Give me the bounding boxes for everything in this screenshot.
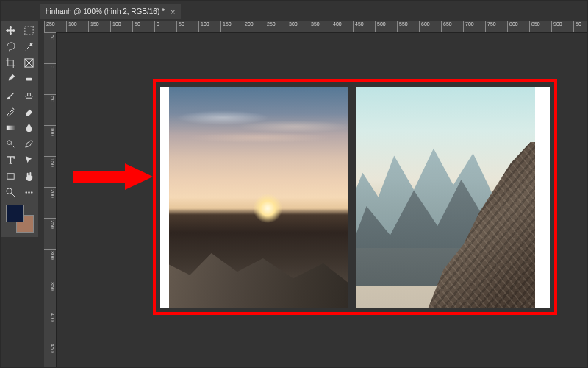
ruler-tick: 750 <box>485 21 496 32</box>
ruler-tick: 200 <box>243 21 254 32</box>
svg-point-9 <box>31 191 32 193</box>
ruler-tick: 250 <box>44 21 55 32</box>
ruler-tick: 650 <box>441 21 452 32</box>
ruler-tick: 900 <box>551 21 562 32</box>
annotation-highlight-box <box>153 79 557 315</box>
document-tab[interactable]: hinhanh @ 100% (hình 2, RGB/16) * × <box>40 4 181 19</box>
ruler-tick: 0 <box>154 21 159 32</box>
document-tab-title: hinhanh @ 100% (hình 2, RGB/16) * <box>46 7 165 15</box>
ruler-tick: 150 <box>220 21 232 32</box>
brush-tool[interactable] <box>1 87 20 103</box>
ruler-tick: 500 <box>375 21 386 32</box>
ruler-tick: 300 <box>44 249 56 260</box>
image-left-sunset[interactable] <box>169 87 348 308</box>
canvas-document[interactable] <box>160 87 550 308</box>
path-select-tool[interactable] <box>20 152 38 168</box>
rect-marquee-tool[interactable] <box>20 22 38 38</box>
ruler-tick: 100 <box>66 21 77 32</box>
ruler-tick: 300 <box>287 21 298 32</box>
document-tab-bar: hinhanh @ 100% (hình 2, RGB/16) * × <box>40 3 181 19</box>
svg-point-8 <box>28 191 29 193</box>
pen-tool[interactable] <box>20 135 38 152</box>
ruler-horizontal[interactable]: 2501001501005005010015020025030035040045… <box>44 21 587 33</box>
ruler-vertical[interactable]: 50050100150200250300350400450 <box>44 32 57 367</box>
eyedropper-tool[interactable] <box>1 71 20 87</box>
gradient-tool[interactable] <box>1 119 20 135</box>
ruler-tick: 50 <box>44 94 56 102</box>
ruler-tick: 400 <box>331 21 342 32</box>
lasso-tool[interactable] <box>1 38 20 54</box>
ruler-tick: 250 <box>265 21 276 32</box>
eraser-tool[interactable] <box>20 103 38 119</box>
spot-heal-tool[interactable] <box>20 71 38 87</box>
canvas-area[interactable] <box>57 34 587 367</box>
ruler-tick: 550 <box>397 21 408 32</box>
close-icon[interactable]: × <box>171 7 175 16</box>
svg-point-6 <box>7 188 12 194</box>
ruler-tick: 400 <box>44 311 56 322</box>
ruler-tick: 200 <box>44 187 56 198</box>
rectangle-tool[interactable] <box>1 168 20 184</box>
ruler-tick: 0 <box>44 63 56 68</box>
magic-wand-tool[interactable] <box>20 38 38 54</box>
blur-tool[interactable] <box>20 119 38 135</box>
ruler-tick: 800 <box>507 21 518 32</box>
tools-panel <box>1 21 38 237</box>
ruler-tick: 700 <box>463 21 474 32</box>
svg-rect-0 <box>25 26 33 34</box>
page-margin-left <box>160 87 169 308</box>
ruler-tick: 100 <box>198 21 209 32</box>
ruler-tick: 50 <box>44 32 56 40</box>
hand-tool[interactable] <box>20 168 38 184</box>
ruler-tick: 100 <box>110 21 121 32</box>
dodge-tool[interactable] <box>1 135 20 152</box>
foreground-color-swatch[interactable] <box>6 205 24 222</box>
ruler-tick: 100 <box>44 125 56 136</box>
ruler-tick: 850 <box>529 21 540 32</box>
history-brush-tool[interactable] <box>1 103 20 119</box>
ruler-tick: 150 <box>88 21 99 32</box>
ruler-tick: 450 <box>44 342 56 353</box>
ruler-tick: 450 <box>353 21 364 32</box>
ruler-tick: 50 <box>573 21 581 32</box>
ruler-tick: 150 <box>44 156 56 167</box>
image-right-mountains[interactable] <box>356 87 535 308</box>
edit-toolbar[interactable] <box>20 184 38 200</box>
ruler-tick: 50 <box>132 21 140 32</box>
svg-point-4 <box>7 140 12 144</box>
zoom-tool[interactable] <box>1 184 20 200</box>
type-tool[interactable] <box>1 152 20 168</box>
move-tool[interactable] <box>1 22 20 38</box>
ruler-tick: 50 <box>176 21 184 32</box>
ruler-tick: 600 <box>419 21 430 32</box>
svg-point-7 <box>26 191 27 193</box>
ruler-tick: 350 <box>44 280 56 291</box>
clone-stamp-tool[interactable] <box>20 87 38 103</box>
frame-tool[interactable] <box>20 54 38 71</box>
svg-rect-3 <box>7 125 15 130</box>
page-margin-right <box>535 87 550 308</box>
ruler-tick: 250 <box>44 218 56 229</box>
svg-rect-5 <box>7 173 14 179</box>
crop-tool[interactable] <box>1 54 20 71</box>
ruler-tick: 350 <box>309 21 320 32</box>
color-swatches[interactable] <box>1 203 38 236</box>
